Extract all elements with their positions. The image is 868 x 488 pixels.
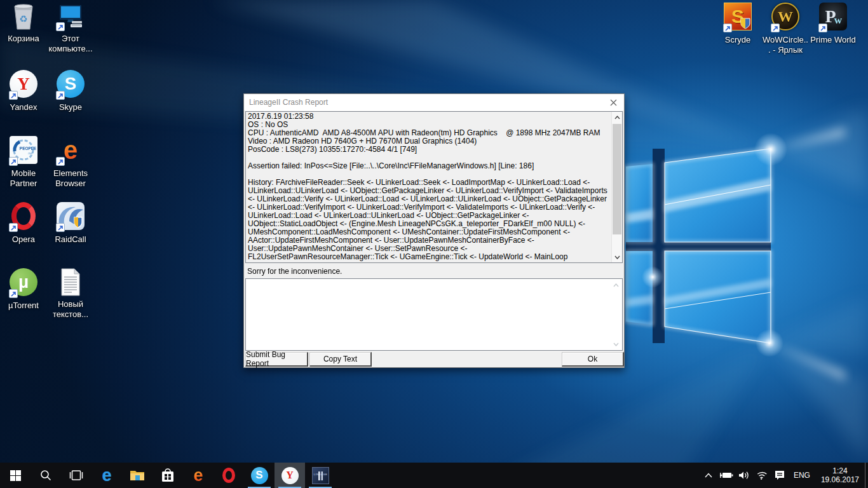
tray-chevron-button[interactable]: [700, 463, 717, 488]
shortcut-arrow-icon: [9, 223, 18, 232]
speaker-icon: [738, 471, 750, 480]
language-indicator[interactable]: ENG: [789, 471, 815, 480]
shortcut-arrow-icon: [9, 157, 18, 166]
desktop-icon-label: µTorrent: [0, 301, 47, 311]
shortcut-arrow-icon: [56, 22, 65, 31]
desktop-icon-label: Этот компьюте...: [47, 34, 94, 54]
desktop-icon-raidcall[interactable]: RaidCall: [47, 201, 94, 245]
dialog-title: LineageII Crash Report: [249, 98, 328, 107]
desktop-icon-skype[interactable]: S Skype: [47, 69, 94, 112]
desktop-icon-label: Prime World: [810, 35, 857, 45]
desktop-icon-mobile-partner[interactable]: PEOPLE net Mobile Partner: [0, 135, 47, 189]
system-tray: ENG 1:24 19.06.2017: [700, 463, 868, 488]
tray-clock[interactable]: 1:24 19.06.2017: [815, 466, 865, 484]
yandex-browser-icon: Y: [281, 467, 299, 484]
skype-icon: S: [251, 467, 268, 484]
prime-world-icon: P w: [818, 3, 848, 33]
taskbar-windows-store[interactable]: [153, 463, 183, 488]
desktop-icon-elements-browser[interactable]: e Elements Browser: [47, 135, 94, 189]
tray-battery-button[interactable]: [717, 463, 735, 488]
desktop-icon-utorrent[interactable]: µ µTorrent: [0, 267, 47, 311]
scrollbar-thumb[interactable]: [613, 124, 621, 234]
battery-charging-icon: [719, 471, 733, 480]
taskbar-file-explorer[interactable]: [122, 463, 153, 488]
copy-text-button[interactable]: Copy Text: [309, 352, 372, 367]
clock-date: 19.06.2017: [821, 475, 859, 484]
desktop-icon-label: Корзина: [0, 34, 47, 44]
yandex-browser-icon: Y: [8, 70, 39, 100]
tray-action-center-button[interactable]: [771, 463, 789, 488]
desktop-icon-scryde[interactable]: S Scryde: [714, 1, 761, 45]
action-center-icon: [774, 470, 785, 480]
report-scrollbar[interactable]: [611, 112, 622, 262]
elements-browser-icon: e: [55, 136, 86, 166]
taskbar-edge[interactable]: e: [92, 463, 122, 488]
skype-icon: S: [55, 70, 86, 100]
desktop-icon-label: Scryde: [714, 35, 761, 45]
taskbar-elements-browser[interactable]: e: [183, 463, 214, 488]
tray-volume-button[interactable]: [735, 463, 753, 488]
submit-bug-report-button[interactable]: Submit Bug Report: [245, 352, 308, 367]
shortcut-arrow-icon: [771, 24, 780, 32]
lineage2-icon: LINEAGE: [312, 467, 329, 484]
desktop-icon-label: RaidCall: [47, 234, 94, 245]
scroll-down-icon[interactable]: [611, 339, 621, 349]
crash-report-text: 2017.6.19 01:23:58 OS : No OS CPU : Auth…: [245, 111, 623, 263]
search-icon: [40, 470, 51, 481]
tray-network-button[interactable]: [753, 463, 771, 488]
close-icon[interactable]: [602, 94, 624, 111]
show-desktop-button[interactable]: [865, 463, 868, 488]
windows-store-icon: [161, 468, 175, 482]
shortcut-arrow-icon: [818, 24, 827, 32]
dialog-notice: Sorry for the inconvenience.: [247, 267, 342, 276]
desktop-icon-prime-world[interactable]: P w Prime World: [810, 1, 857, 45]
scroll-up-icon[interactable]: [611, 280, 621, 290]
desktop-icon-this-pc[interactable]: Этот компьюте...: [47, 1, 94, 54]
svg-text:net: net: [28, 151, 33, 155]
svg-text:PEOPLE: PEOPLE: [20, 146, 36, 151]
scroll-up-icon[interactable]: [612, 112, 622, 123]
taskbar-skype[interactable]: S: [244, 463, 275, 488]
desktop-icon-new-text-document[interactable]: Новый текстов...: [47, 267, 94, 320]
desktop-icon-label: Mobile Partner: [0, 168, 47, 189]
svg-text:♻: ♻: [19, 13, 27, 24]
taskbar-lineage2[interactable]: LINEAGE: [305, 463, 336, 488]
task-view-button[interactable]: [61, 463, 92, 488]
desktop-icon-label: Новый текстов...: [47, 299, 94, 320]
desktop-icon-recycle-bin[interactable]: ♻ Корзина: [0, 1, 47, 44]
taskbar-yandex-browser[interactable]: Y: [275, 463, 305, 488]
clock-time: 1:24: [821, 466, 859, 475]
wowcircle-icon: W: [770, 3, 801, 33]
edge-icon: e: [102, 467, 111, 484]
start-button[interactable]: [0, 463, 31, 488]
ok-button[interactable]: Ok: [562, 352, 624, 367]
recycle-bin-icon: ♻: [8, 1, 39, 32]
desktop-icon-wowcircle[interactable]: W WoWCircle... - Ярлык: [762, 1, 809, 55]
desktop-icon-label: Skype: [47, 102, 94, 112]
desktop-icon-opera[interactable]: Opera: [0, 201, 47, 245]
taskbar-empty-area: [336, 463, 700, 488]
opera-icon: [222, 468, 235, 483]
desktop-icon-label: Elements Browser: [47, 168, 94, 189]
shortcut-arrow-icon: [56, 223, 65, 232]
opera-icon: [8, 202, 39, 233]
desktop-icon-label: Yandex: [0, 102, 47, 112]
file-explorer-icon: [130, 469, 145, 482]
shortcut-arrow-icon: [9, 289, 18, 298]
utorrent-icon: µ: [8, 268, 39, 299]
dialog-titlebar[interactable]: LineageII Crash Report: [244, 94, 624, 111]
comment-scrollbar[interactable]: [611, 280, 621, 349]
crash-report-dialog: LineageII Crash Report 2017.6.19 01:23:5…: [243, 93, 625, 368]
wifi-icon: [756, 471, 768, 480]
task-view-icon: [69, 470, 83, 480]
scryde-icon: S: [722, 3, 753, 33]
elements-browser-icon: e: [193, 467, 203, 484]
mobile-partner-icon: PEOPLE net: [8, 136, 39, 166]
shortcut-arrow-icon: [9, 91, 18, 100]
search-button[interactable]: [31, 463, 61, 488]
comment-input[interactable]: [245, 278, 623, 351]
desktop-icon-yandex[interactable]: Y Yandex: [0, 69, 47, 112]
taskbar-opera[interactable]: [214, 463, 244, 488]
scroll-down-icon[interactable]: [612, 252, 622, 262]
windows-logo-icon: [10, 470, 21, 481]
